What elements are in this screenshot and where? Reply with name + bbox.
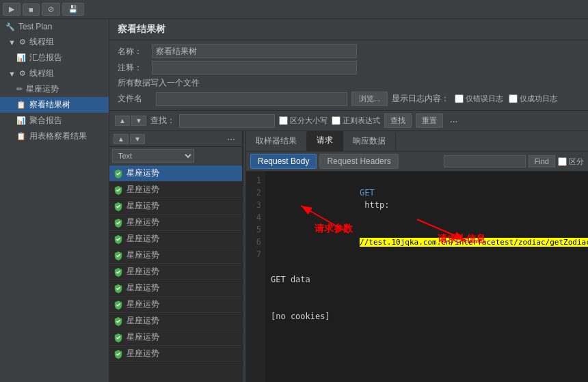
format-dropdown[interactable]: Text	[112, 149, 194, 163]
content-area: 察看结果树 名称： 注释： 所有数据写入一个文件 文件名 浏览...	[109, 19, 588, 382]
code-line-5	[271, 286, 588, 298]
tab-request[interactable]: 请求	[307, 131, 343, 151]
list-item[interactable]: 星座运势	[109, 297, 242, 313]
summary-icon: 📊	[16, 53, 26, 62]
list-arrow-up[interactable]: ▲	[113, 134, 129, 144]
list-item[interactable]: 星座运势	[109, 247, 242, 264]
name-row: 名称：	[118, 44, 580, 58]
list-item-text-4: 星座运势	[126, 217, 159, 228]
browse-button[interactable]: 浏览...	[351, 92, 388, 106]
list-panel: ▲ ▼ ··· Text	[109, 131, 243, 382]
code-line-no-cookies: [no cookies]	[271, 310, 588, 323]
list-item[interactable]: 星座运势	[109, 329, 242, 346]
list-item[interactable]: 星座运势	[109, 182, 242, 198]
code-area[interactable]: 1 2 3 4 5 6 7 GET ht	[246, 172, 588, 382]
toolbar-stop-btn[interactable]: ■	[23, 3, 40, 16]
list-more-btn[interactable]: ···	[224, 133, 238, 144]
arrow-up-btn[interactable]: ▲	[115, 115, 130, 126]
regex-text: 正则表达式	[343, 115, 380, 126]
list-item[interactable]: 星座运势	[109, 198, 242, 215]
thread-group2-expand-icon: ▼	[8, 70, 16, 78]
shield-success-icon-8	[113, 284, 123, 293]
sidebar-summary-label: 汇总报告	[29, 52, 62, 64]
name-input[interactable]	[152, 44, 357, 58]
sidebar-table-view-label: 用表格察看结果	[29, 131, 87, 142]
arrow-down-btn[interactable]: ▼	[131, 115, 146, 126]
sidebar-item-summary-report[interactable]: 📊 汇总报告	[0, 50, 109, 66]
list-item[interactable]: 星座运势	[109, 280, 242, 297]
comment-input[interactable]	[152, 61, 357, 74]
code-url-highlight: //test.10jqka.com.cn/interfacetest/zodia…	[360, 238, 588, 247]
shield-success-icon-10	[113, 316, 123, 326]
code-line-get-data: GET data	[271, 273, 588, 286]
regex-label[interactable]: 正则表达式	[332, 115, 380, 126]
shield-success-icon-1	[113, 169, 123, 178]
case-sensitive-label[interactable]: 区分大小写	[279, 115, 328, 126]
reset-button[interactable]: 重置	[416, 113, 443, 128]
sidebar-item-thread-group2[interactable]: ▼ ⚙ 线程组	[0, 66, 109, 81]
sidebar-item-aggregate-report[interactable]: 📊 聚合报告	[0, 113, 109, 128]
sidebar-view-results-label: 察看结果树	[29, 99, 70, 111]
toolbar-run-btn[interactable]: ▶	[3, 3, 21, 16]
display-log-label: 显示日志内容：	[392, 93, 449, 105]
aggregate-icon: 📊	[16, 116, 26, 125]
toolbar-save-btn[interactable]: 💾	[62, 3, 84, 16]
list-item[interactable]: 星座运势	[109, 264, 242, 280]
constellation-icon: ✏	[16, 85, 23, 94]
tab-response-data[interactable]: 响应数据	[343, 132, 396, 150]
error-only-checkbox[interactable]	[455, 94, 464, 103]
list-item[interactable]: 星座运势	[109, 231, 242, 247]
case-sensitive-text: 区分大小写	[290, 115, 328, 126]
list-item-text-9: 星座运势	[126, 299, 159, 310]
error-only-checkbox-label[interactable]: 仅错误日志	[455, 94, 503, 104]
sidebar-item-thread-group1-label: 线程组	[29, 36, 54, 48]
shield-success-icon-7	[113, 267, 123, 277]
shield-success-icon-4	[113, 218, 123, 228]
form-area: 名称： 注释： 所有数据写入一个文件 文件名 浏览... 显示日志内容：	[109, 40, 588, 111]
app-container: ▶ ■ ⊘ 💾 🔧 Test Plan ▼ ⚙ 线程组 📊 汇总报告	[0, 0, 588, 382]
sidebar-item-thread-group1[interactable]: ▼ ⚙ 线程组	[0, 34, 109, 50]
success-only-checkbox[interactable]	[509, 94, 518, 103]
main-tab-bar: 取样器结果 请求 响应数据	[246, 131, 588, 152]
shield-success-icon-3	[113, 202, 123, 211]
find-button[interactable]: 查找	[384, 113, 412, 128]
toolbar-clear-btn[interactable]: ⊘	[42, 3, 60, 16]
find-case-sensitive-label[interactable]: 区分	[558, 156, 584, 167]
search-label: 查找：	[150, 115, 175, 126]
sub-tab-request-headers[interactable]: Request Headers	[319, 154, 398, 169]
write-all-label: 所有数据写入一个文件	[118, 77, 580, 89]
filename-input[interactable]	[156, 92, 347, 106]
sub-tab-request-body-label: Request Body	[258, 156, 309, 166]
dropdown-container: Text	[109, 147, 242, 165]
list-item[interactable]: 星座运势	[109, 165, 242, 182]
shield-success-icon-12	[113, 349, 123, 359]
sidebar-test-plan[interactable]: 🔧 Test Plan	[0, 19, 109, 34]
sidebar-item-table-view[interactable]: 📋 用表格察看结果	[0, 128, 109, 144]
sidebar-item-constellation[interactable]: ✏ 星座运势	[0, 81, 109, 97]
find-button[interactable]: Find	[529, 155, 555, 167]
code-content: GET http: //test.10jqka.com.cn/interface…	[265, 172, 588, 382]
list-item[interactable]: 星座运势	[109, 313, 242, 329]
code-http-text: http:	[360, 200, 389, 210]
list-item[interactable]: 星座运势	[109, 215, 242, 231]
shield-success-icon-5	[113, 234, 123, 244]
list-item[interactable]: 星座运势	[109, 346, 242, 362]
find-input[interactable]	[444, 155, 526, 167]
comment-row: 注释：	[118, 61, 580, 74]
more-options-btn[interactable]: ···	[447, 115, 461, 126]
success-only-checkbox-label[interactable]: 仅成功日志	[509, 94, 557, 104]
case-sensitive-checkbox[interactable]	[279, 116, 288, 125]
search-input[interactable]	[179, 114, 275, 128]
tab-sampler-result[interactable]: 取样器结果	[246, 132, 307, 150]
sub-tab-request-body[interactable]: Request Body	[250, 154, 317, 169]
list-item-text-1: 星座运势	[126, 167, 159, 179]
sidebar-item-view-results-tree[interactable]: 📋 察看结果树	[0, 97, 109, 113]
regex-checkbox[interactable]	[332, 116, 340, 125]
comment-label: 注释：	[118, 62, 152, 74]
list-toolbar: ▲ ▼ ···	[109, 131, 242, 147]
list-arrow-btns: ▲ ▼	[113, 134, 145, 144]
sample-list: 星座运势 星座运势	[109, 165, 242, 382]
find-case-checkbox[interactable]	[558, 157, 567, 166]
list-arrow-down[interactable]: ▼	[130, 134, 145, 144]
name-label: 名称：	[118, 46, 152, 57]
